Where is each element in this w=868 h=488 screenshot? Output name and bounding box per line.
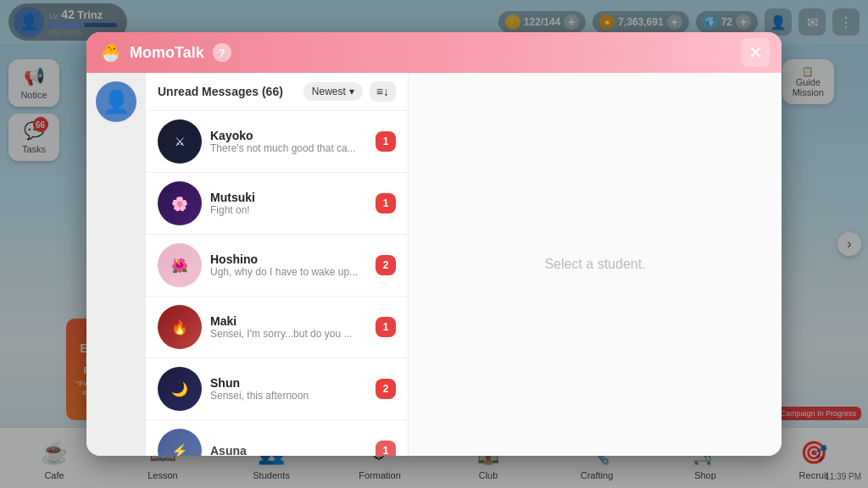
sort-chevron-icon: ▾ [349,86,354,97]
dialog-overlay: 🐣 MomoTalk ? ✕ 👤 Unread Messages (66) [0,0,868,488]
avatar: 🌸 [158,181,202,225]
list-item[interactable]: 🌙 Shun Sensei, this afternoon 2 [146,358,408,420]
sidebar-user-avatar: 👤 [96,81,136,122]
message-list-panel: 👤 Unread Messages (66) Newest ▾ ≡↓ [86,73,409,456]
message-list: ⚔ Kayoko There's not much good that ca..… [146,111,408,456]
list-item[interactable]: ⚡ Asuna 1 [146,420,408,456]
sidebar-avatar-column: 👤 [86,73,146,456]
message-preview: Sensei, I'm sorry...but do you ... [210,328,367,340]
select-student-prompt: Select a student. [544,257,645,272]
dialog-help-button[interactable]: ? [213,43,231,62]
unread-badge: 1 [376,317,396,337]
list-item[interactable]: 🌺 Hoshino Ugh, why do I have to wake up.… [146,235,408,297]
message-list-header: Unread Messages (66) Newest ▾ ≡↓ [146,73,408,111]
unread-badge: 1 [376,193,396,214]
dialog-close-button[interactable]: ✕ [741,38,770,67]
message-content: Hoshino Ugh, why do I have to wake up... [210,252,367,278]
sender-name: Kayoko [210,129,367,142]
unread-badge: 2 [376,379,396,399]
message-content: Shun Sensei, this afternoon [210,376,367,402]
avatar: 🌙 [158,367,202,411]
chat-panel-empty: Select a student. [409,73,782,456]
unread-badge: 1 [376,441,396,456]
avatar: ⚡ [158,429,202,456]
sort-label: Newest [312,86,346,97]
message-preview: Sensei, this afternoon [210,390,367,402]
sender-name: Hoshino [210,252,367,266]
dialog-header: 🐣 MomoTalk ? ✕ [86,32,782,73]
message-preview: There's not much good that ca... [210,142,367,154]
list-item[interactable]: ⚔ Kayoko There's not much good that ca..… [146,111,408,173]
list-item[interactable]: 🌸 Mutsuki Fight on! 1 [146,173,408,235]
sender-name: Mutsuki [210,191,367,204]
unread-badge: 2 [376,255,396,275]
message-content: Mutsuki Fight on! [210,191,367,216]
dialog-title: MomoTalk [130,44,204,62]
avatar: ⚔ [158,119,202,164]
avatar: 🔥 [158,305,202,349]
message-preview: Ugh, why do I have to wake up... [210,266,367,278]
sort-button[interactable]: Newest ▾ [303,82,363,101]
momotalk-dialog: 🐣 MomoTalk ? ✕ 👤 Unread Messages (66) [86,32,782,456]
unread-badge: 1 [376,131,396,152]
sender-name: Asuna [210,444,367,456]
message-content: Maki Sensei, I'm sorry...but do you ... [210,314,367,340]
list-item[interactable]: 🔥 Maki Sensei, I'm sorry...but do you ..… [146,297,408,358]
avatar: 🌺 [158,243,202,287]
message-preview: Fight on! [210,204,367,216]
unread-label: Unread Messages (66) [158,85,283,98]
filter-button[interactable]: ≡↓ [370,81,396,102]
momotalk-icon: 🐣 [100,42,121,63]
sender-name: Maki [210,314,367,328]
message-content: Kayoko There's not much good that ca... [210,129,367,154]
sender-name: Shun [210,376,367,390]
message-content: Asuna [210,444,367,456]
dialog-body: 👤 Unread Messages (66) Newest ▾ ≡↓ [86,73,782,456]
